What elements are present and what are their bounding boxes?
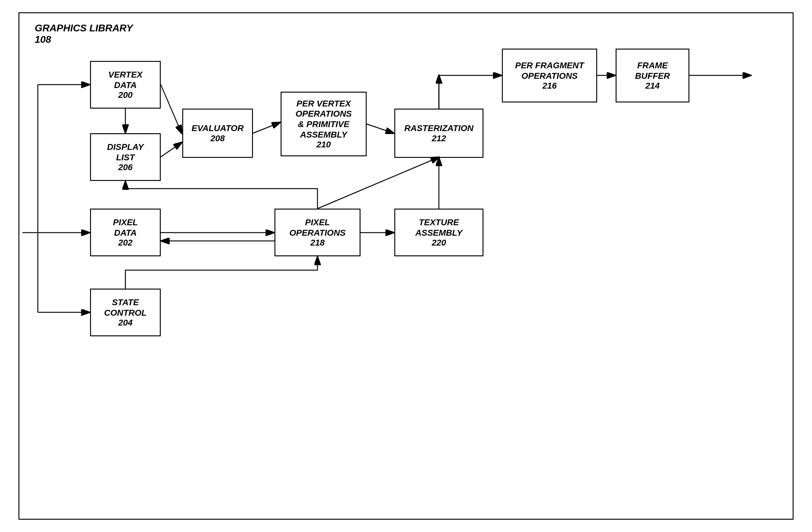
library-label: GRAPHICS LIBRARY 108 [35,23,133,45]
vertex-data-box: VERTEXDATA 200 [90,61,161,109]
library-title: GRAPHICS LIBRARY [35,23,133,34]
svg-line-10 [367,124,394,133]
per-vertex-number: 210 [317,140,331,150]
texture-assembly-title: TEXTUREASSEMBLY [415,217,463,238]
pixel-operations-number: 218 [310,238,325,248]
state-control-title: STATECONTROL [104,297,147,318]
per-fragment-title: PER FRAGMENTOPERATIONS [515,60,584,81]
display-list-box: DISPLAYLIST 206 [90,133,161,181]
svg-line-14 [318,157,439,209]
svg-line-8 [161,142,182,157]
vertex-data-title: VERTEXDATA [108,70,143,90]
display-list-number: 206 [118,163,133,172]
per-fragment-box: PER FRAGMENTOPERATIONS 216 [502,48,597,102]
rasterization-number: 212 [432,134,446,143]
pixel-data-title: PIXELDATA [113,217,138,238]
svg-line-9 [253,123,280,133]
evaluator-number: 208 [211,134,225,143]
svg-line-7 [161,85,182,133]
state-control-box: STATECONTROL 204 [90,289,161,336]
rasterization-box: RASTERIZATION 212 [394,109,483,158]
pixel-data-number: 202 [118,238,133,248]
display-list-title: DISPLAYLIST [107,142,144,163]
diagram-container: GRAPHICS LIBRARY 108 VERTEXDATA 200 DISP… [18,12,794,520]
texture-assembly-box: TEXTUREASSEMBLY 220 [394,209,483,256]
library-number: 108 [35,34,133,45]
per-vertex-box: PER VERTEXOPERATIONS& PRIMITIVEASSEMBLY … [280,92,367,156]
frame-buffer-number: 214 [646,81,660,91]
evaluator-box: EVALUATOR 208 [182,109,253,158]
pixel-data-box: PIXELDATA 202 [90,209,161,256]
state-control-number: 204 [118,318,133,328]
texture-assembly-number: 220 [432,238,446,248]
vertex-data-number: 200 [118,90,133,100]
evaluator-title: EVALUATOR [191,123,244,134]
pixel-operations-box: PIXELOPERATIONS 218 [274,209,361,256]
pixel-operations-title: PIXELOPERATIONS [289,217,346,238]
frame-buffer-title: FRAMEBUFFER [635,60,670,81]
frame-buffer-box: FRAMEBUFFER 214 [615,48,690,102]
rasterization-title: RASTERIZATION [404,123,473,134]
per-fragment-number: 216 [542,81,557,91]
per-vertex-title: PER VERTEXOPERATIONS& PRIMITIVEASSEMBLY [295,98,352,140]
